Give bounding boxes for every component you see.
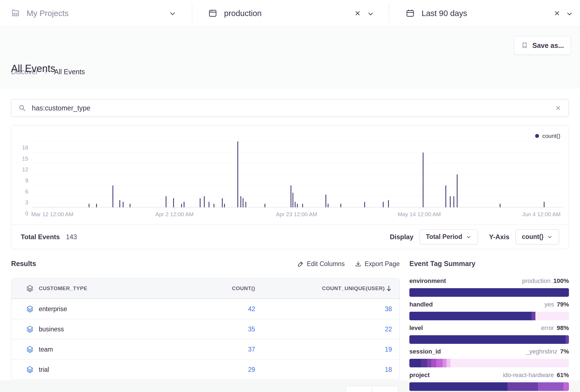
chart-bar[interactable] (292, 193, 293, 207)
tag-bar-segment[interactable] (563, 382, 569, 391)
chart-bar[interactable] (364, 202, 365, 207)
cell-count[interactable]: 37 (189, 346, 255, 353)
chart-bar[interactable] (119, 200, 120, 207)
chart-bar[interactable] (544, 202, 545, 207)
project-selector-label: My Projects (27, 9, 68, 18)
chart-bar[interactable] (297, 204, 298, 207)
chart-bar[interactable] (325, 195, 326, 207)
chart-bar[interactable] (204, 196, 205, 207)
daterange-chevron-down-icon[interactable] (566, 10, 573, 18)
cell-count[interactable]: 35 (189, 326, 255, 333)
tag-bar (409, 312, 569, 320)
cell-count-unique[interactable]: 19 (255, 346, 392, 353)
top-bar: My Projects production (0, 0, 580, 27)
project-selector[interactable]: My Projects (11, 0, 68, 27)
chart-bar[interactable] (240, 196, 241, 207)
chart-bar[interactable] (340, 204, 341, 207)
chart-bar[interactable] (173, 198, 174, 207)
cell-count[interactable]: 42 (189, 305, 255, 313)
tag-bar-segment[interactable] (443, 359, 446, 367)
tag-bar-segment[interactable] (446, 359, 450, 367)
chart-bar[interactable] (295, 202, 296, 207)
projects-chevron-down-icon[interactable] (168, 9, 177, 18)
chart-bar[interactable] (209, 202, 209, 207)
yaxis-select[interactable]: count() (515, 229, 559, 244)
next-page-button[interactable] (372, 386, 398, 392)
column-header-count[interactable]: COUNT() (189, 285, 255, 292)
chart-bar[interactable] (453, 196, 454, 207)
x-axis-tick (419, 207, 419, 209)
chart-bar[interactable] (388, 200, 389, 207)
export-page-button[interactable]: Export Page (355, 260, 400, 268)
chart-bar[interactable] (123, 202, 124, 207)
chart-bar[interactable] (423, 153, 424, 207)
chart-bar[interactable] (222, 198, 223, 207)
chart-legend: count() (535, 133, 560, 139)
daterange-selector[interactable]: Last 90 days (405, 0, 467, 27)
topbar-divider (389, 4, 389, 22)
chart-bar[interactable] (166, 196, 166, 207)
bookmark-icon (521, 42, 528, 49)
stack-icon[interactable] (21, 325, 39, 333)
chart-bar[interactable] (200, 198, 201, 207)
tag-bar-segment[interactable] (431, 359, 436, 367)
column-header-customer-type[interactable]: CUSTOMER_TYPE (39, 285, 189, 292)
tag-bar-segment[interactable] (566, 335, 569, 344)
tag-bar-segment[interactable] (427, 359, 432, 367)
chart-bar[interactable] (224, 204, 225, 207)
tag-bar-segment[interactable] (436, 359, 443, 367)
chart-bar[interactable] (237, 141, 238, 207)
chart-bar[interactable] (383, 202, 384, 207)
chart-bar[interactable] (328, 204, 329, 207)
environment-selector[interactable]: production (207, 0, 261, 27)
chart-bar[interactable] (500, 204, 501, 207)
daterange-clear-icon[interactable] (553, 9, 561, 17)
save-as-button[interactable]: Save as... (514, 36, 571, 55)
chart-bar[interactable] (184, 202, 184, 207)
stack-icon[interactable] (21, 365, 39, 374)
chart-bar[interactable] (291, 185, 291, 207)
display-select[interactable]: Total Period (420, 229, 478, 244)
tag-bar-segment[interactable] (535, 312, 569, 320)
cell-count-unique[interactable]: 18 (255, 366, 392, 373)
chart-bar[interactable] (265, 204, 265, 207)
tag-bar-segment[interactable] (538, 382, 563, 391)
tag-bar-segment[interactable] (409, 382, 507, 391)
stack-icon[interactable] (21, 345, 39, 354)
chart-bar[interactable] (130, 204, 130, 207)
chart-bar[interactable] (89, 204, 89, 207)
cell-count-unique[interactable]: 38 (255, 305, 392, 313)
chart-bar[interactable] (214, 204, 214, 207)
cell-count-unique[interactable]: 22 (255, 326, 392, 333)
tag-bar-segment[interactable] (507, 382, 538, 391)
chart-bar[interactable] (112, 185, 113, 207)
search-input[interactable] (32, 104, 549, 112)
chart-bar[interactable] (243, 198, 243, 207)
tag-bar-segment[interactable] (532, 312, 535, 320)
tag-bar-segment[interactable] (409, 359, 421, 367)
chart-bar[interactable] (181, 204, 182, 207)
x-axis-tick-label: Apr 23 12:00 AM (276, 211, 317, 218)
tag-bar-segment[interactable] (409, 312, 532, 320)
environment-clear-icon[interactable] (353, 9, 362, 17)
cell-count[interactable]: 29 (189, 366, 255, 373)
column-header-count-unique[interactable]: COUNT_UNIQUE(USER) (255, 285, 392, 292)
edit-columns-button[interactable]: Edit Columns (297, 260, 345, 268)
chart-bar[interactable] (96, 204, 97, 207)
chart-bar[interactable] (245, 202, 246, 207)
tag-bar-segment[interactable] (409, 288, 569, 297)
previous-page-button[interactable] (346, 386, 372, 392)
tag-bar-segment[interactable] (421, 359, 427, 367)
chart-bar[interactable] (457, 174, 458, 207)
chart-bar[interactable] (450, 196, 451, 207)
chart-bar[interactable] (302, 204, 303, 207)
environment-chevron-down-icon[interactable] (367, 10, 374, 18)
tag-bar-segment[interactable] (450, 359, 569, 367)
x-axis-tick (174, 207, 175, 209)
stack-icon[interactable] (21, 305, 39, 313)
search-clear-icon[interactable] (554, 104, 562, 112)
tag-bar-segment[interactable] (409, 335, 566, 344)
legend-label: count() (542, 133, 560, 139)
chart-bar[interactable] (445, 185, 446, 207)
tag-group-project: projectido-react-hardware61% (409, 372, 569, 391)
